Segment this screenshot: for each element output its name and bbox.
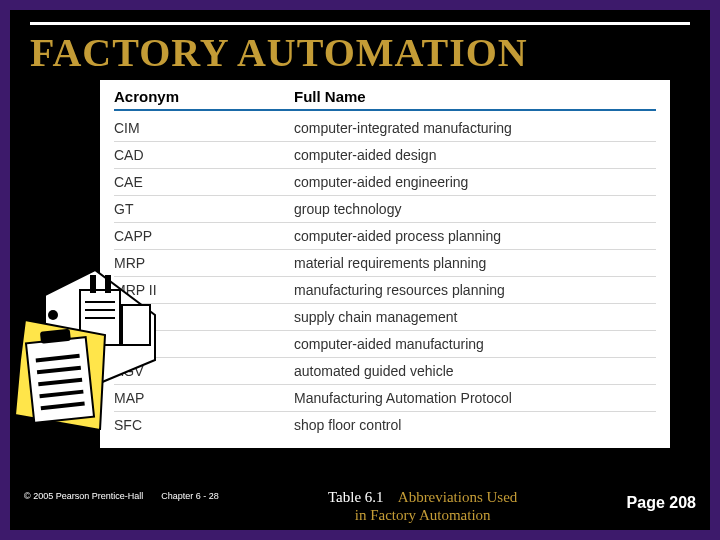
cell-acronym: CAPP	[114, 228, 294, 244]
table-row: CADcomputer-aided design	[114, 142, 656, 169]
cell-fullname: automated guided vehicle	[294, 363, 656, 379]
content-area: Acronym Full Name CIMcomputer-integrated…	[10, 80, 710, 482]
col-header-fullname: Full Name	[294, 88, 656, 105]
caption-line1: Abbreviations Used	[398, 489, 518, 505]
cell-fullname: computer-aided design	[294, 147, 656, 163]
footer: © 2005 Pearson Prentice-Hall Chapter 6 -…	[10, 482, 710, 530]
cell-fullname: computer-aided process planning	[294, 228, 656, 244]
cell-acronym: GT	[114, 201, 294, 217]
table-row: CIMcomputer-integrated manufacturing	[114, 115, 656, 142]
table-row: SCMsupply chain management	[114, 304, 656, 331]
caption-number: Table 6.1	[328, 489, 384, 505]
cell-fullname: manufacturing resources planning	[294, 282, 656, 298]
svg-rect-2	[122, 305, 150, 345]
table-row: CAPPcomputer-aided process planning	[114, 223, 656, 250]
cell-fullname: Manufacturing Automation Protocol	[294, 390, 656, 406]
cell-fullname: material requirements planning	[294, 255, 656, 271]
svg-point-8	[48, 310, 58, 320]
cell-fullname: computer-aided engineering	[294, 174, 656, 190]
copyright-text: © 2005 Pearson Prentice-Hall	[24, 488, 143, 501]
top-rule	[30, 22, 690, 25]
cell-fullname: shop floor control	[294, 417, 656, 433]
table-caption: Table 6.1 Abbreviations Used in Factory …	[219, 488, 627, 524]
table-row: MRP IImanufacturing resources planning	[114, 277, 656, 304]
table-header-row: Acronym Full Name	[114, 88, 656, 111]
table-row: MAPManufacturing Automation Protocol	[114, 385, 656, 412]
cell-fullname: computer-integrated manufacturing	[294, 120, 656, 136]
chapter-text: Chapter 6 - 28	[161, 488, 219, 501]
col-header-acronym: Acronym	[114, 88, 294, 105]
cell-fullname: supply chain management	[294, 309, 656, 325]
caption-line2: in Factory Automation	[355, 507, 491, 523]
table-row: AGVautomated guided vehicle	[114, 358, 656, 385]
cell-acronym: CAE	[114, 174, 294, 190]
table-row: SFCshop floor control	[114, 412, 656, 438]
cell-acronym: CIM	[114, 120, 294, 136]
table-row: CAEcomputer-aided engineering	[114, 169, 656, 196]
svg-rect-4	[105, 275, 111, 293]
cell-acronym: CAD	[114, 147, 294, 163]
table-row: MRPmaterial requirements planning	[114, 250, 656, 277]
svg-rect-3	[90, 275, 96, 293]
acronym-table: Acronym Full Name CIMcomputer-integrated…	[100, 80, 670, 448]
table-row: CAMcomputer-aided manufacturing	[114, 331, 656, 358]
factory-clipboard-icon	[10, 260, 160, 430]
page-number: Page 208	[627, 488, 696, 512]
table-row: GTgroup technology	[114, 196, 656, 223]
cell-fullname: group technology	[294, 201, 656, 217]
cell-fullname: computer-aided manufacturing	[294, 336, 656, 352]
slide-title: FACTORY AUTOMATION	[10, 29, 710, 80]
